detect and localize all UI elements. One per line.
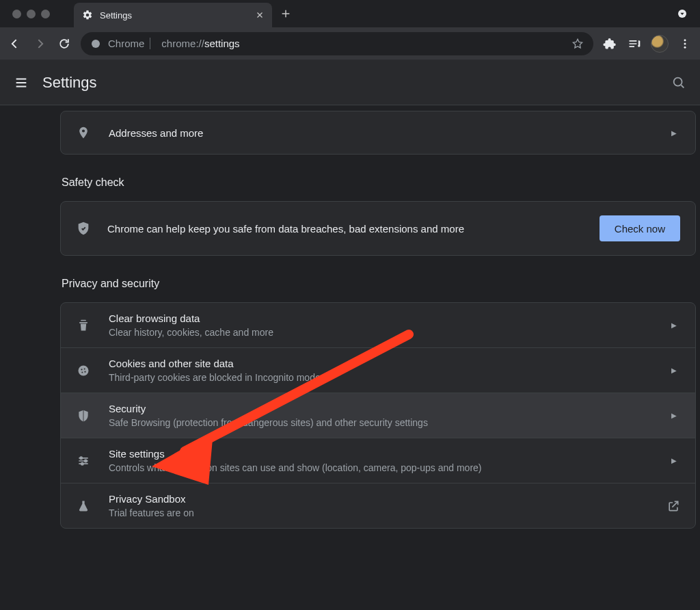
chevron-right-icon: ▶: [668, 412, 680, 419]
row-title: Cookies and other site data: [109, 358, 321, 369]
svg-point-3: [684, 42, 686, 44]
shield-icon: [76, 408, 91, 423]
svg-point-9: [81, 371, 83, 373]
settings-app-header: Settings: [0, 60, 700, 105]
site-info-icon[interactable]: [90, 38, 101, 49]
omnibox-brand: Chrome: [108, 38, 150, 49]
shield-check-icon: [76, 221, 91, 236]
row-subtitle: Safe Browsing (protection from dangerous…: [109, 417, 428, 428]
reload-button[interactable]: [56, 36, 72, 52]
svg-point-2: [684, 39, 686, 41]
privacy-card: Clear browsing dataClear history, cookie…: [60, 302, 696, 529]
bookmark-star-icon[interactable]: [571, 38, 584, 50]
svg-point-8: [84, 368, 85, 369]
row-subtitle: Third-party cookies are blocked in Incog…: [109, 372, 321, 383]
row-site-settings[interactable]: Site settingsControls what information s…: [61, 438, 695, 483]
svg-point-1: [92, 40, 100, 48]
settings-content: Addresses and more ▶ Safety check Chrome…: [0, 105, 700, 610]
check-now-button[interactable]: Check now: [600, 215, 680, 241]
location-pin-icon: [76, 125, 91, 140]
open-external-icon: [667, 499, 680, 513]
chevron-right-icon: ▶: [668, 129, 680, 137]
row-addresses-and-more[interactable]: Addresses and more ▶: [61, 111, 695, 154]
row-security[interactable]: SecuritySafe Browsing (protection from d…: [61, 393, 695, 438]
kebab-menu-icon[interactable]: [677, 36, 693, 52]
svg-point-5: [674, 77, 682, 85]
back-button[interactable]: [7, 36, 23, 52]
svg-point-10: [84, 371, 85, 372]
svg-point-4: [684, 46, 686, 48]
traffic-light-minimize[interactable]: [27, 10, 36, 18]
sliders-icon: [76, 453, 91, 468]
gear-icon: [82, 10, 93, 21]
browser-tab-settings[interactable]: Settings: [74, 3, 272, 27]
svg-point-13: [81, 462, 83, 464]
chevron-right-icon: ▶: [668, 457, 680, 464]
settings-title: Settings: [42, 74, 97, 92]
new-tab-button[interactable]: [272, 8, 299, 19]
safety-check-heading: Safety check: [62, 176, 696, 189]
tab-title: Settings: [100, 10, 132, 21]
row-title: Security: [109, 403, 428, 414]
row-subtitle: Clear history, cookies, cache and more: [109, 327, 273, 338]
chevron-right-icon: ▶: [668, 321, 680, 329]
privacy-heading: Privacy and security: [62, 278, 696, 290]
extensions-icon[interactable]: [602, 36, 618, 52]
cookie-icon: [76, 363, 91, 378]
safety-check-card: Chrome can help keep you safe from data …: [60, 201, 696, 256]
row-subtitle: Controls what information sites can use …: [109, 462, 482, 473]
flask-icon: [76, 499, 91, 514]
window-traffic-lights: [0, 10, 74, 18]
svg-point-11: [80, 457, 82, 459]
safety-check-message: Chrome can help keep you safe from data …: [107, 223, 583, 235]
search-settings-icon[interactable]: [671, 75, 686, 90]
window-titlebar: Settings: [0, 0, 700, 27]
omnibox-path: settings: [204, 38, 240, 49]
media-control-icon[interactable]: [626, 36, 643, 52]
hamburger-menu-icon[interactable]: [14, 75, 29, 90]
trash-icon: [76, 318, 91, 333]
traffic-light-zoom[interactable]: [41, 10, 50, 18]
omnibox-scheme: chrome://: [157, 38, 204, 49]
traffic-light-close[interactable]: [12, 10, 21, 18]
profile-avatar[interactable]: [651, 35, 669, 53]
close-tab-icon[interactable]: [256, 11, 264, 19]
svg-point-6: [79, 365, 89, 375]
dropdown-icon[interactable]: [677, 8, 688, 19]
chevron-right-icon: ▶: [668, 367, 680, 374]
row-title: Site settings: [109, 448, 482, 460]
row-title: Addresses and more: [109, 127, 203, 139]
autofill-card-tail: Addresses and more ▶: [60, 111, 696, 155]
omnibox[interactable]: Chrome chrome://settings: [81, 32, 593, 55]
row-privacy-sandbox[interactable]: Privacy SandboxTrial features are on: [61, 483, 695, 528]
row-cookies-and-other-site-data[interactable]: Cookies and other site dataThird-party c…: [61, 347, 695, 393]
row-title: Privacy Sandbox: [109, 493, 194, 505]
svg-point-12: [85, 460, 87, 462]
browser-toolbar: Chrome chrome://settings: [0, 27, 700, 60]
row-subtitle: Trial features are on: [109, 507, 194, 518]
row-clear-browsing-data[interactable]: Clear browsing dataClear history, cookie…: [61, 303, 695, 347]
row-title: Clear browsing data: [109, 313, 273, 324]
svg-point-7: [81, 369, 82, 370]
forward-button[interactable]: [31, 36, 48, 52]
